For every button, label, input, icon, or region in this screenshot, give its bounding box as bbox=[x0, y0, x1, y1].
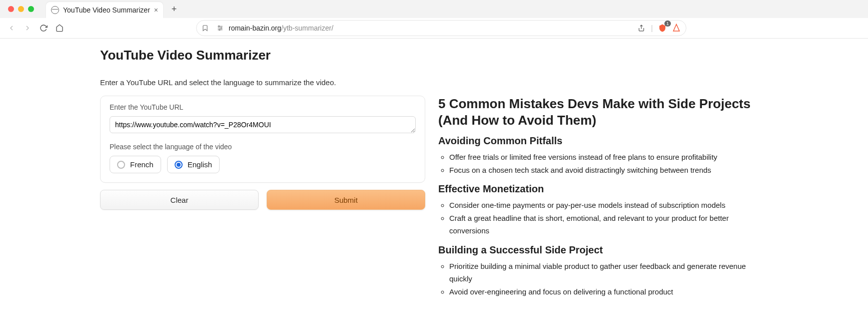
section-list: Consider one-time payments or pay-per-us… bbox=[438, 199, 768, 237]
shield-icon[interactable]: 1 bbox=[658, 24, 667, 33]
summary-title: 5 Common Mistakes Devs Make with Side Pr… bbox=[438, 96, 768, 128]
list-item: Consider one-time payments or pay-per-us… bbox=[449, 199, 768, 212]
action-buttons: Clear Submit bbox=[100, 190, 425, 210]
shield-badge: 1 bbox=[664, 21, 671, 27]
reload-button[interactable] bbox=[39, 24, 48, 33]
section-list: Offer free trials or limited free versio… bbox=[438, 151, 768, 176]
new-tab-button[interactable]: + bbox=[167, 2, 181, 16]
list-item: Craft a great headline that is short, em… bbox=[449, 212, 768, 237]
list-item: Prioritize building a minimal viable pro… bbox=[449, 260, 768, 285]
language-field-label: Please select the language of the video bbox=[110, 143, 416, 151]
page-subtitle: Enter a YouTube URL and select the langu… bbox=[100, 78, 768, 87]
close-tab-button[interactable]: × bbox=[154, 6, 158, 14]
address-bar[interactable]: romain-bazin.org/ytb-summarizer/ | 1 bbox=[196, 20, 686, 36]
language-radio-group: French English bbox=[110, 156, 416, 173]
home-button[interactable] bbox=[55, 24, 64, 33]
input-column: Enter the YouTube URL Please select the … bbox=[100, 96, 425, 298]
tab-strip: YouTube Video Summarizer × + bbox=[0, 0, 868, 18]
svg-point-3 bbox=[219, 26, 220, 27]
forward-button[interactable] bbox=[23, 24, 32, 33]
list-item: Offer free trials or limited free versio… bbox=[449, 151, 768, 164]
list-item: Focus on a chosen tech stack and avoid d… bbox=[449, 164, 768, 177]
section-heading: Avoiding Common Pitfalls bbox=[438, 135, 768, 147]
tab-title: YouTube Video Summarizer bbox=[63, 6, 150, 14]
radio-label: English bbox=[188, 160, 212, 169]
clear-button[interactable]: Clear bbox=[100, 190, 259, 210]
svg-point-4 bbox=[221, 28, 222, 29]
url-host: romain-bazin.org bbox=[229, 24, 281, 32]
back-button[interactable] bbox=[7, 24, 16, 33]
page-title: YouTube Video Summarizer bbox=[100, 48, 768, 63]
radio-icon bbox=[175, 161, 183, 169]
url-field-label: Enter the YouTube URL bbox=[110, 103, 416, 111]
output-column: 5 Common Mistakes Devs Make with Side Pr… bbox=[438, 96, 768, 298]
list-item: Avoid over-engineering and focus on deli… bbox=[449, 285, 768, 298]
brave-rewards-icon[interactable] bbox=[672, 24, 681, 33]
svg-point-5 bbox=[219, 29, 220, 30]
maximize-window-button[interactable] bbox=[28, 6, 34, 12]
minimize-window-button[interactable] bbox=[18, 6, 24, 12]
page-content: YouTube Video Summarizer Enter a YouTube… bbox=[0, 39, 868, 318]
browser-chrome: YouTube Video Summarizer × + romain-bazi… bbox=[0, 0, 868, 39]
language-option-french[interactable]: French bbox=[110, 156, 161, 173]
radio-label: French bbox=[130, 160, 154, 169]
browser-tab[interactable]: YouTube Video Summarizer × bbox=[46, 2, 163, 18]
window-controls bbox=[8, 6, 34, 12]
url-path: /ytb-summarizer/ bbox=[281, 24, 333, 32]
site-settings-icon[interactable] bbox=[217, 25, 224, 32]
browser-toolbar: romain-bazin.org/ytb-summarizer/ | 1 bbox=[0, 18, 868, 38]
language-option-english[interactable]: English bbox=[167, 156, 220, 173]
share-icon[interactable] bbox=[637, 24, 646, 33]
section-heading: Effective Monetization bbox=[438, 183, 768, 195]
submit-button[interactable]: Submit bbox=[267, 190, 425, 210]
section-list: Prioritize building a minimal viable pro… bbox=[438, 260, 768, 298]
bookmark-icon[interactable] bbox=[202, 25, 209, 32]
section-heading: Building a Successful Side Project bbox=[438, 244, 768, 256]
close-window-button[interactable] bbox=[8, 6, 14, 12]
input-panel: Enter the YouTube URL Please select the … bbox=[100, 96, 425, 183]
svg-marker-7 bbox=[673, 25, 679, 32]
radio-icon bbox=[117, 161, 125, 169]
youtube-url-input[interactable] bbox=[110, 116, 416, 133]
globe-icon bbox=[51, 6, 59, 14]
